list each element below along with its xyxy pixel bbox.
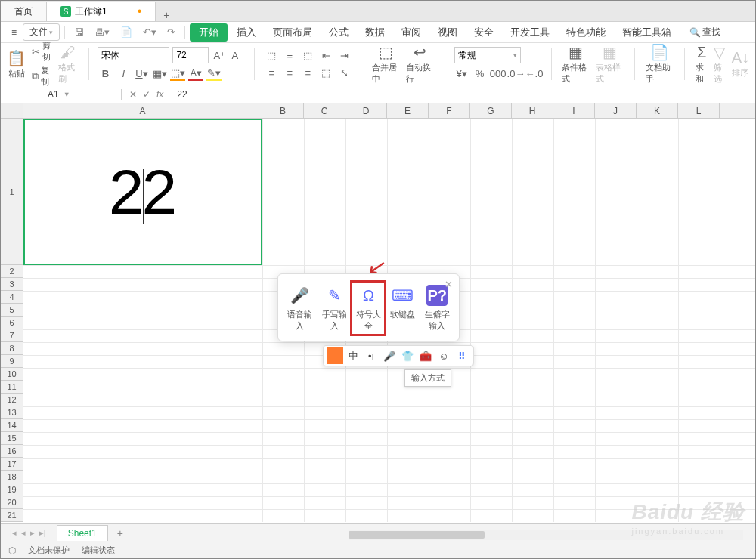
qa-redo-icon[interactable]: ↷ [163, 24, 180, 40]
row-header-18[interactable]: 18 [1, 471, 23, 483]
app-menu-icon[interactable]: ≡ [7, 25, 21, 40]
row-header-7[interactable]: 7 [1, 329, 23, 342]
italic-icon[interactable]: I [116, 66, 131, 81]
sheet-nav-first-icon[interactable]: |◂ [8, 528, 18, 538]
cut-button[interactable]: ✂剪切 [30, 39, 54, 63]
filter-button[interactable]: ▽筛选 [712, 43, 727, 85]
font-name-select[interactable] [98, 47, 169, 63]
ribbon-tab-devtools[interactable]: 开发工具 [503, 23, 557, 42]
ime-emoji-icon[interactable]: ☺ [435, 347, 452, 364]
row-header-21[interactable]: 21 [1, 509, 23, 522]
ribbon-tab-start[interactable]: 开始 [190, 23, 228, 42]
highlight-icon[interactable]: ✎▾ [206, 66, 222, 81]
file-menu[interactable]: 文件 ▾ [23, 23, 60, 41]
align-top-icon[interactable]: ⬚ [264, 48, 279, 63]
col-header-L[interactable]: L [678, 103, 720, 118]
table-style-button[interactable]: ▦表格样式 [594, 43, 625, 85]
fx-icon[interactable]: fx [156, 89, 163, 100]
currency-icon[interactable]: ¥▾ [454, 66, 469, 81]
row-header-14[interactable]: 14 [1, 419, 23, 432]
row-header-10[interactable]: 10 [1, 368, 23, 381]
merge-center-button[interactable]: ⬚合并居中 [370, 43, 401, 85]
font-size-select[interactable] [172, 47, 209, 63]
fill-color-icon[interactable]: ⬚▾ [170, 66, 185, 81]
sheet-nav-prev-icon[interactable]: ◂ [20, 528, 27, 538]
indent-dec-icon[interactable]: ⇤ [318, 48, 333, 63]
col-header-K[interactable]: K [637, 103, 678, 118]
ime-symbols-button[interactable]: Ω符号大全 [352, 282, 385, 335]
font-color-icon[interactable]: A▾ [188, 66, 203, 81]
inc-decimal-icon[interactable]: .0→ [509, 66, 524, 81]
ribbon-tab-view[interactable]: 视图 [430, 23, 465, 42]
col-header-I[interactable]: I [553, 103, 595, 118]
sheet-tab-1[interactable]: Sheet1 [57, 525, 108, 541]
ime-mic-icon[interactable]: 🎤 [381, 347, 398, 364]
ime-close-icon[interactable]: ✕ [445, 279, 453, 290]
fx-cancel-icon[interactable]: ✕ [129, 89, 137, 100]
ribbon-tab-features[interactable]: 特色功能 [559, 23, 613, 42]
ime-skin-icon[interactable]: 👕 [399, 347, 416, 364]
ribbon-tab-data[interactable]: 数据 [358, 23, 392, 42]
row-header-3[interactable]: 3 [1, 278, 23, 291]
underline-icon[interactable]: U▾ [134, 66, 149, 81]
number-format-select[interactable]: 常规▾ [454, 47, 521, 63]
col-header-G[interactable]: G [470, 103, 512, 118]
name-box[interactable]: A1▼ [1, 89, 122, 100]
format-painter-button[interactable]: 🖌格式刷 [57, 44, 79, 85]
doc-helper-button[interactable]: 📄文档助手 [644, 43, 676, 85]
wrap-text-button[interactable]: ↩自动换行 [404, 43, 435, 85]
sheet-nav-last-icon[interactable]: ▸| [38, 528, 48, 538]
sort-button[interactable]: A↓排序 [730, 49, 751, 79]
fx-confirm-icon[interactable]: ✓ [143, 89, 150, 100]
ime-voice-button[interactable]: 🎤语音输入 [284, 282, 317, 335]
ime-toolbar[interactable]: 中 •ı 🎤 👕 🧰 ☺ ⠿ [323, 345, 474, 366]
align-left-icon[interactable]: ≡ [264, 65, 279, 80]
ime-logo-icon[interactable] [327, 347, 343, 364]
cond-format-button[interactable]: ▦条件格式 [560, 43, 591, 85]
ime-lang-button[interactable]: 中 [345, 347, 361, 364]
align-center-icon[interactable]: ≡ [282, 65, 297, 80]
row-header-4[interactable]: 4 [1, 291, 23, 304]
indent-inc-icon[interactable]: ⇥ [336, 48, 352, 63]
row-header-17[interactable]: 17 [1, 458, 23, 471]
col-header-J[interactable]: J [595, 103, 637, 118]
row-header-2[interactable]: 2 [1, 265, 23, 278]
row-header-15[interactable]: 15 [1, 432, 23, 445]
row-header-13[interactable]: 13 [1, 406, 23, 419]
ribbon-tab-security[interactable]: 安全 [466, 23, 501, 42]
col-header-A[interactable]: A [23, 103, 262, 118]
qa-preview-icon[interactable]: 📄 [116, 24, 137, 40]
align-right-icon[interactable]: ≡ [300, 65, 315, 80]
formula-input[interactable]: 22 [171, 89, 187, 100]
ime-grid-icon[interactable]: ⠿ [454, 347, 470, 364]
qa-undo-icon[interactable]: ↶▾ [138, 24, 161, 40]
ime-punct-icon[interactable]: •ı [363, 347, 380, 364]
row-header-16[interactable]: 16 [1, 445, 23, 458]
row-header-20[interactable]: 20 [1, 496, 23, 509]
row-header-11[interactable]: 11 [1, 381, 23, 394]
paste-button[interactable]: 📋粘贴 [5, 49, 27, 79]
ribbon-tab-review[interactable]: 审阅 [394, 23, 429, 42]
ime-softkbd-button[interactable]: ⌨软键盘 [386, 282, 420, 335]
col-header-D[interactable]: D [345, 103, 387, 118]
dec-decimal-icon[interactable]: ←.0 [527, 66, 542, 81]
col-header-C[interactable]: C [304, 103, 345, 118]
ribbon-tab-insert[interactable]: 插入 [229, 23, 264, 42]
orientation-icon[interactable]: ⤡ [336, 65, 352, 80]
align-bottom-icon[interactable]: ⬚ [300, 48, 315, 63]
align-middle-icon[interactable]: ≡ [282, 48, 297, 63]
copy-button[interactable]: ⧉复制 [30, 64, 54, 88]
row-header-12[interactable]: 12 [1, 394, 23, 406]
select-all-corner[interactable] [1, 103, 23, 118]
ribbon-tab-formula[interactable]: 公式 [321, 23, 356, 42]
border-icon[interactable]: ▦▾ [152, 66, 167, 81]
ribbon-tab-smarttools[interactable]: 智能工具箱 [615, 23, 679, 42]
col-header-B[interactable]: B [262, 103, 304, 118]
tab-workbook[interactable]: S 工作簿1 • [47, 2, 156, 21]
col-header-F[interactable]: F [429, 103, 470, 118]
ime-handwrite-button[interactable]: ✎手写输入 [318, 282, 351, 335]
sheet-nav-next-icon[interactable]: ▸ [29, 528, 36, 538]
row-header-9[interactable]: 9 [1, 355, 23, 368]
row-header-19[interactable]: 19 [1, 483, 23, 496]
horizontal-scrollbar[interactable] [349, 530, 743, 540]
